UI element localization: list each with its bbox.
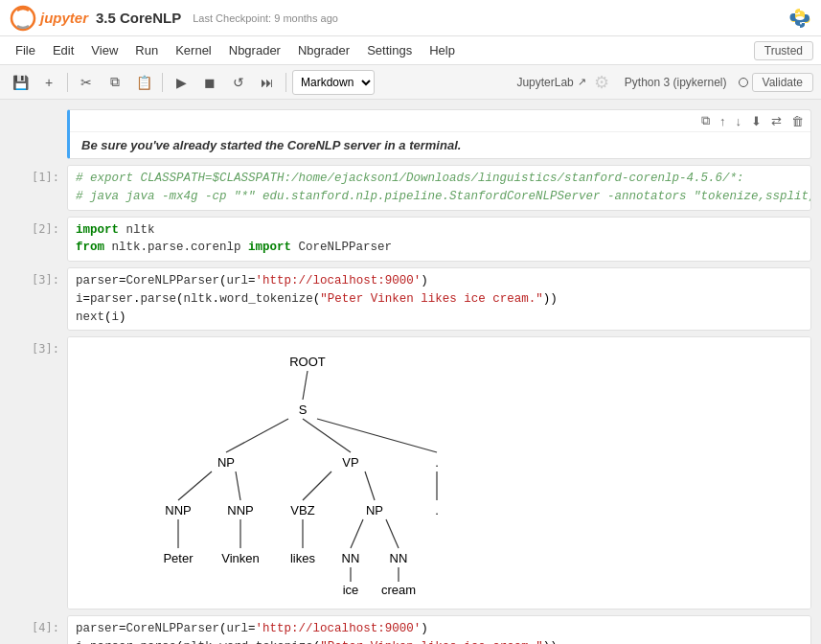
python-icon bbox=[788, 7, 811, 30]
download-icon[interactable]: ⬇ bbox=[748, 113, 764, 129]
paste-button[interactable]: 📋 bbox=[131, 70, 156, 95]
cell-prompt-3: [3]: bbox=[0, 267, 67, 287]
run-button[interactable]: ▶ bbox=[169, 70, 194, 95]
svg-text:ROOT: ROOT bbox=[289, 355, 326, 369]
cell-prompt-1: [1]: bbox=[0, 165, 67, 184]
cell-content-markdown: ⧉ ↑ ↓ ⬇ ⇄ 🗑 Be sure you've already start… bbox=[67, 109, 811, 159]
jupyter-logo: jupyter bbox=[10, 5, 88, 32]
md-content: Be sure you've already started the CoreN… bbox=[81, 138, 461, 152]
svg-line-11 bbox=[303, 472, 331, 500]
copy-button[interactable]: ⧉ bbox=[103, 70, 127, 95]
menu-file[interactable]: File bbox=[8, 41, 43, 59]
svg-text:cream: cream bbox=[381, 583, 416, 596]
kernel-status-circle bbox=[739, 78, 748, 87]
delete-icon[interactable]: 🗑 bbox=[788, 113, 807, 129]
cell-4: [4]: parser=CoreNLPParser(url='http://lo… bbox=[0, 615, 821, 644]
cell-type-select[interactable]: Markdown Code Raw bbox=[292, 70, 375, 95]
cell-content-2: import nltk from nltk.parse.corenlp impo… bbox=[67, 217, 811, 263]
menu-nbgrader1[interactable]: Nbgrader bbox=[221, 41, 288, 59]
cell-content-tree: ROOT S NP bbox=[67, 336, 811, 610]
menu-nbgrader2[interactable]: Nbgrader bbox=[290, 41, 357, 59]
move-up-icon[interactable]: ↑ bbox=[717, 113, 729, 129]
svg-line-4 bbox=[226, 419, 288, 452]
svg-line-23 bbox=[351, 519, 363, 548]
code-area-1[interactable]: # export CLASSPATH=$CLASSPATH:/home/ejac… bbox=[68, 166, 810, 210]
svg-line-9 bbox=[236, 472, 240, 500]
notebook-area: ⧉ ↑ ↓ ⬇ ⇄ 🗑 Be sure you've already start… bbox=[0, 100, 821, 644]
svg-text:.: . bbox=[435, 503, 439, 518]
svg-text:NNP: NNP bbox=[227, 503, 253, 518]
external-link-icon: ↗ bbox=[578, 76, 586, 88]
markdown-text: Be sure you've already started the CoreN… bbox=[70, 132, 810, 158]
cell-prompt-md bbox=[0, 109, 67, 115]
svg-line-8 bbox=[178, 472, 212, 500]
svg-line-12 bbox=[365, 472, 375, 500]
menu-run[interactable]: Run bbox=[127, 41, 166, 59]
cell-prompt-4: [4]: bbox=[0, 615, 67, 634]
menu-help[interactable]: Help bbox=[422, 41, 463, 59]
add-cell-button[interactable]: + bbox=[36, 70, 61, 95]
svg-line-24 bbox=[386, 519, 399, 548]
menu-settings[interactable]: Settings bbox=[359, 41, 420, 59]
cell-prompt-3-out: [3]: bbox=[0, 336, 67, 356]
menu-view[interactable]: View bbox=[83, 41, 125, 59]
copy-icon[interactable]: ⧉ bbox=[698, 112, 713, 129]
svg-text:Vinken: Vinken bbox=[221, 551, 260, 565]
cell-content-3: parser=CoreNLPParser(url='http://localho… bbox=[67, 267, 811, 331]
svg-text:NN: NN bbox=[342, 551, 360, 565]
jupyterlab-link[interactable]: JupyterLab ↗ bbox=[516, 76, 585, 89]
svg-line-5 bbox=[303, 419, 351, 452]
move-down-icon[interactable]: ↓ bbox=[733, 113, 745, 129]
stop-button[interactable]: ◼ bbox=[197, 70, 222, 95]
svg-text:.: . bbox=[435, 455, 439, 470]
cell-1: [1]: # export CLASSPATH=$CLASSPATH:/home… bbox=[0, 165, 821, 211]
svg-text:Peter: Peter bbox=[163, 551, 194, 565]
toolbar-separator-1 bbox=[67, 73, 68, 92]
svg-text:NNP: NNP bbox=[165, 503, 191, 518]
svg-text:ice: ice bbox=[343, 583, 359, 596]
cell-3-output: [3]: ROOT S NP bbox=[0, 336, 821, 610]
cell-content-1: # export CLASSPATH=$CLASSPATH:/home/ejac… bbox=[67, 165, 811, 211]
toolbar-separator-4: ⚙ bbox=[594, 72, 609, 93]
logo-text: jupyter bbox=[40, 10, 88, 26]
menu-kernel[interactable]: Kernel bbox=[168, 41, 219, 59]
svg-text:VBZ: VBZ bbox=[290, 503, 314, 518]
tree-svg: ROOT S NP bbox=[87, 347, 810, 596]
cell-3: [3]: parser=CoreNLPParser(url='http://lo… bbox=[0, 267, 821, 331]
markdown-cell-toolbar: ⧉ ↑ ↓ ⬇ ⇄ 🗑 bbox=[70, 110, 810, 132]
svg-line-2 bbox=[303, 371, 308, 400]
jupyter-icon bbox=[10, 5, 36, 32]
jupyterlab-label: JupyterLab bbox=[516, 76, 573, 89]
cell-2: [2]: import nltk from nltk.parse.corenlp… bbox=[0, 217, 821, 263]
toolbar: 💾 + ✂ ⧉ 📋 ▶ ◼ ↺ ⏭ Markdown Code Raw Jupy… bbox=[0, 65, 821, 100]
code-area-3[interactable]: parser=CoreNLPParser(url='http://localho… bbox=[68, 268, 810, 330]
menu-edit[interactable]: Edit bbox=[45, 41, 81, 59]
cut-button[interactable]: ✂ bbox=[74, 70, 99, 95]
cell-content-4: parser=CoreNLPParser(url='http://localho… bbox=[67, 615, 811, 644]
svg-text:NP: NP bbox=[366, 503, 383, 518]
cell-prompt-2: [2]: bbox=[0, 217, 67, 236]
toolbar-separator-3 bbox=[285, 73, 286, 92]
topbar: jupyter 3.5 CoreNLP Last Checkpoint: 9 m… bbox=[0, 0, 821, 36]
parse-tree: ROOT S NP bbox=[68, 337, 810, 609]
svg-line-6 bbox=[317, 419, 437, 452]
kernel-info: Python 3 (ipykernel) bbox=[625, 76, 727, 89]
svg-text:likes: likes bbox=[290, 551, 316, 565]
svg-text:NP: NP bbox=[217, 455, 235, 470]
notebook-title: 3.5 CoreNLP bbox=[96, 10, 181, 26]
cell-markdown: ⧉ ↑ ↓ ⬇ ⇄ 🗑 Be sure you've already start… bbox=[0, 109, 821, 159]
menubar: File Edit View Run Kernel Nbgrader Nbgra… bbox=[0, 36, 821, 65]
toolbar-separator-2 bbox=[162, 73, 163, 92]
svg-text:VP: VP bbox=[342, 455, 358, 470]
code-area-2[interactable]: import nltk from nltk.parse.corenlp impo… bbox=[68, 218, 810, 262]
code-area-4[interactable]: parser=CoreNLPParser(url='http://localho… bbox=[68, 616, 810, 644]
svg-text:NN: NN bbox=[390, 551, 408, 565]
svg-text:S: S bbox=[299, 402, 308, 417]
convert-icon[interactable]: ⇄ bbox=[768, 113, 785, 129]
restart-button[interactable]: ↺ bbox=[226, 70, 251, 95]
fast-forward-button[interactable]: ⏭ bbox=[255, 70, 280, 95]
validate-button[interactable]: Validate bbox=[752, 73, 813, 92]
save-button[interactable]: 💾 bbox=[8, 70, 33, 95]
checkpoint-info: Last Checkpoint: 9 months ago bbox=[193, 12, 781, 24]
trusted-badge: Trusted bbox=[754, 41, 813, 60]
